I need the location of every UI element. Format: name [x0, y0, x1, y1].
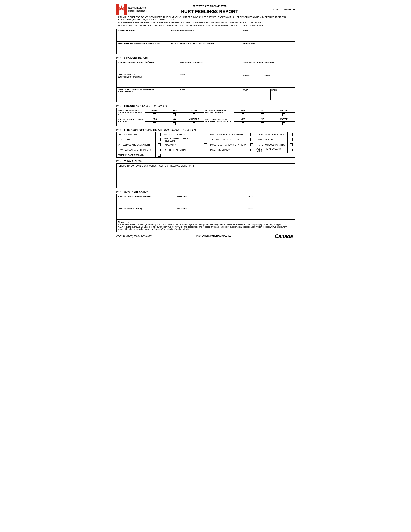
reason-1-2-checkbox[interactable] — [204, 133, 207, 136]
canada-logo: Canada✦ — [275, 233, 295, 239]
tissue-multiple-checkbox-cell[interactable] — [184, 122, 204, 126]
reason-3-2-checkbox-cell[interactable] — [202, 143, 209, 147]
part2-table: WHICH EAR WERE THE HURTFUL WORDS SPOKEN … — [116, 108, 295, 126]
reason-2-3-checkbox-cell[interactable] — [248, 137, 255, 143]
tissue-yes-checkbox[interactable] — [153, 122, 156, 125]
part3-table: I AM THIN SKINNED MY DADDY YELLED A LOT … — [116, 132, 295, 158]
tbi-yes-checkbox[interactable] — [242, 122, 244, 125]
auth-sig2-cell: SIGNATURE — [175, 207, 246, 220]
witness-rank-cell: RANK — [179, 73, 241, 88]
header-center: PROTECTD A WHEN COMPLETED HURT FEELINGS … — [147, 5, 272, 14]
right-checkbox[interactable] — [153, 114, 156, 116]
tissue-no-checkbox-cell[interactable] — [165, 122, 184, 126]
reason-1-2: MY DADDY YELLED A LOT — [163, 132, 202, 137]
reason-2-1-checkbox-cell[interactable] — [156, 137, 163, 143]
reason-4-4: ALL OF THE ABOVE AND MORE — [255, 147, 288, 153]
top-fields-table: SERVICE NUMBER NAME OF SISSY WHINER RANK… — [116, 29, 295, 54]
tbi-cell: HAS THIS RESULTED IN TRAUMATIC BRAIN INJ… — [204, 117, 234, 126]
protected-label-top: PROTECTD A WHEN COMPLETED — [191, 5, 228, 8]
logo-area: National Défense Defence nationale — [116, 4, 147, 15]
reason-other-checkbox-cell[interactable] — [156, 153, 163, 158]
annex-label: ANNEX-2C APENDIX-D — [272, 8, 295, 11]
reason-4-2-checkbox-cell[interactable] — [202, 147, 209, 153]
reason-other-checkbox[interactable] — [158, 154, 160, 157]
reason-3-4-checkbox[interactable] — [290, 143, 293, 146]
unit-sub-cell: UNIT — [243, 88, 271, 100]
email-sub-cell: E-MAIL — [263, 74, 293, 86]
reason-3-3-checkbox-cell[interactable] — [248, 143, 255, 147]
bullet-2: ROUTINE USES: FOR SUBORDINATE LEADER DEV… — [118, 21, 295, 24]
footer-note-text: We, as the CF take hurt feelings serious… — [118, 223, 288, 230]
reason-3-2-checkbox[interactable] — [204, 143, 207, 146]
reason-4-3-checkbox-cell[interactable] — [248, 147, 255, 153]
tbi-maybe-checkbox-cell[interactable] — [273, 122, 295, 126]
reason-4-2-checkbox[interactable] — [204, 149, 207, 152]
reason-1-4-checkbox[interactable] — [290, 133, 293, 136]
reason-3-3-checkbox[interactable] — [251, 143, 253, 146]
reason-2-2-checkbox-cell[interactable] — [202, 137, 209, 143]
tbi-no-checkbox-cell[interactable] — [252, 122, 273, 126]
part3-title: PART III: REASON FOR FILING REPORT (CHEC… — [116, 128, 295, 132]
perm-maybe-checkbox-cell[interactable] — [273, 113, 295, 117]
tbi-maybe-checkbox[interactable] — [282, 122, 285, 125]
please-note-label: Please note: — [118, 221, 130, 223]
reason-4-4-checkbox-cell[interactable] — [288, 147, 295, 153]
both-header: BOTH — [184, 108, 204, 113]
tbi-no-checkbox[interactable] — [261, 122, 264, 125]
time-cell: TIME OF HURTFULLNESS — [179, 60, 241, 73]
page-header: National Défense Defence nationale PROTE… — [116, 4, 295, 15]
reason-2-3-checkbox[interactable] — [251, 138, 253, 141]
tbi-yes-checkbox-cell[interactable] — [234, 122, 252, 126]
reason-1-1-checkbox-cell[interactable] — [156, 132, 163, 137]
reason-4-1-checkbox-cell[interactable] — [156, 147, 163, 153]
left-checkbox[interactable] — [173, 114, 176, 116]
auth-date2-cell: DATE — [246, 207, 295, 220]
reason-4-1: I HAVE MAN/WOMAN HORMONES — [116, 147, 156, 153]
reason-3-1-checkbox-cell[interactable] — [156, 143, 163, 147]
left-checkbox-cell[interactable] — [165, 113, 184, 117]
auth-date1-cell: DATE — [246, 194, 295, 207]
right-checkbox-cell[interactable] — [145, 113, 164, 117]
auth-realman-print-cell: NAME OF REAL MAN/WOMAN(PRINT) — [116, 194, 175, 207]
reason-2-3: THEY MADE ME RUN FOR PT — [209, 137, 248, 143]
reason-1-2-checkbox-cell[interactable] — [202, 132, 209, 137]
auth-whiner-print-cell: NAME OF WHINER (PRINT) — [116, 207, 175, 220]
reason-1-1-checkbox[interactable] — [158, 133, 160, 136]
tbi-maybe-header: MAYBE — [273, 117, 295, 122]
reason-2-4-checkbox-cell[interactable] — [288, 137, 295, 143]
both-checkbox-cell[interactable] — [184, 113, 204, 117]
reason-4-1-checkbox[interactable] — [158, 149, 160, 152]
perm-yes-checkbox-cell[interactable] — [234, 113, 252, 117]
tissue-yes-checkbox-cell[interactable] — [145, 122, 164, 126]
reason-2-4-checkbox[interactable] — [290, 138, 293, 141]
reason-3-3: I WAS TOLD THAT I AM NOT A HERO — [209, 143, 248, 147]
perm-yes-checkbox[interactable] — [242, 114, 244, 116]
reason-2-4: I AM A CRY BABY — [255, 137, 288, 143]
reason-2-2-checkbox[interactable] — [204, 138, 207, 141]
auth-sig1-cell: SIGNATURE — [175, 194, 246, 207]
tissue-multiple-checkbox[interactable] — [193, 122, 196, 125]
both-checkbox[interactable] — [193, 114, 196, 116]
reason-2-1-checkbox[interactable] — [158, 138, 160, 141]
reason-4-2: I NEED TO TAKE A NAP — [163, 147, 202, 153]
tissue-no-checkbox[interactable] — [173, 122, 176, 125]
facility-cell: FACILITY WHERE HURT FEELINGS OCCURRED — [170, 42, 241, 54]
footer-note: Please note: We, as the CF take hurt fee… — [116, 220, 295, 232]
perm-no-checkbox-cell[interactable] — [252, 113, 273, 117]
reason-1-3-checkbox[interactable] — [251, 133, 253, 136]
perm-maybe-checkbox[interactable] — [282, 114, 285, 116]
part5-title: PART V: AUTHENTICATION — [116, 190, 295, 194]
part4-title: PART IV: NARRATIVE — [116, 159, 295, 163]
base-sub-cell: BASE — [271, 88, 293, 100]
reason-3-4-checkbox-cell[interactable] — [288, 143, 295, 147]
perm-no-checkbox[interactable] — [261, 114, 264, 116]
reason-4-3-checkbox[interactable] — [251, 149, 253, 152]
reason-4-4-checkbox[interactable] — [290, 149, 293, 152]
reason-1-3-checkbox-cell[interactable] — [248, 132, 255, 137]
local-sub-cell: LOCAL — [243, 74, 263, 86]
svg-rect-1 — [124, 4, 127, 15]
reason-1-4-checkbox-cell[interactable] — [288, 132, 295, 137]
no-header: NO — [252, 108, 273, 113]
reason-3-1-checkbox[interactable] — [158, 143, 160, 146]
narrative-box: TELL US IN YOUR OWN, SISSY WORDS, HOW YO… — [116, 163, 295, 188]
